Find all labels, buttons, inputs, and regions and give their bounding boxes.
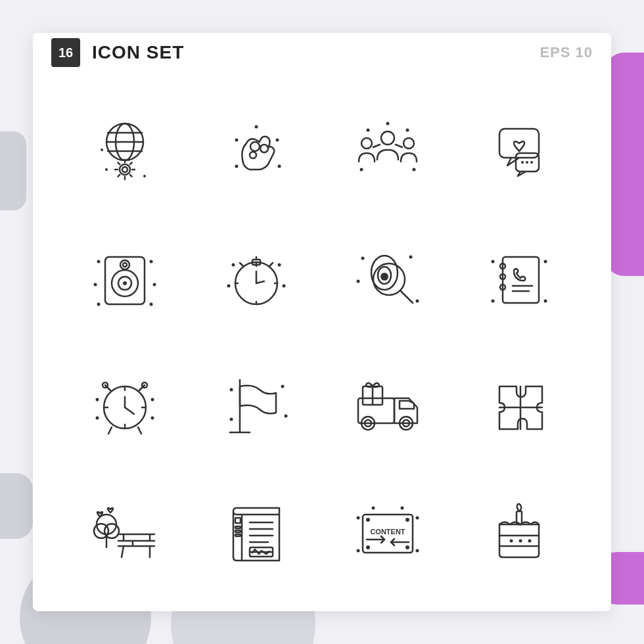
svg-point-161 <box>528 539 532 542</box>
svg-point-26 <box>381 131 394 145</box>
speaker-icon[interactable] <box>59 214 191 342</box>
svg-point-49 <box>94 283 97 286</box>
search-food-icon[interactable] <box>322 214 453 342</box>
svg-point-27 <box>361 138 372 149</box>
svg-point-109 <box>230 417 233 421</box>
content-sign-icon[interactable]: CONTENT <box>322 470 453 598</box>
globe-gear-icon[interactable] <box>59 85 191 214</box>
svg-point-85 <box>492 299 495 302</box>
bg-decoration-gray-top <box>0 131 26 210</box>
svg-point-74 <box>409 255 413 258</box>
svg-line-90 <box>108 427 112 434</box>
svg-point-31 <box>386 122 390 125</box>
cake-slice-icon[interactable] <box>453 470 585 598</box>
svg-point-64 <box>232 263 235 266</box>
stopwatch-icon[interactable] <box>191 214 322 342</box>
svg-line-72 <box>401 291 413 303</box>
svg-line-91 <box>138 427 141 434</box>
park-bench-icon[interactable] <box>59 470 191 598</box>
svg-point-83 <box>492 260 495 263</box>
main-card: 16 ICON SET EPS 10 <box>33 33 611 611</box>
svg-point-46 <box>123 263 127 267</box>
svg-line-12 <box>130 174 132 176</box>
svg-point-75 <box>357 279 360 283</box>
svg-point-144 <box>405 518 409 522</box>
svg-point-5 <box>120 164 130 175</box>
svg-point-52 <box>150 302 153 306</box>
delivery-truck-icon[interactable] <box>322 342 453 470</box>
svg-point-101 <box>151 398 154 401</box>
svg-point-150 <box>357 516 360 519</box>
svg-point-146 <box>405 545 409 549</box>
badge-number: 16 <box>51 38 80 67</box>
svg-point-152 <box>357 549 360 552</box>
page-title: ICON SET <box>92 42 540 63</box>
svg-rect-141 <box>235 534 241 536</box>
love-chat-icon[interactable] <box>453 85 585 214</box>
svg-line-14 <box>130 162 132 164</box>
svg-point-16 <box>143 175 146 177</box>
svg-point-15 <box>105 168 108 171</box>
svg-point-151 <box>416 516 419 519</box>
svg-point-45 <box>120 260 129 269</box>
svg-point-107 <box>281 384 285 388</box>
svg-point-67 <box>283 284 286 287</box>
svg-rect-138 <box>235 518 241 523</box>
svg-point-23 <box>235 164 239 168</box>
svg-line-30 <box>396 145 402 147</box>
svg-point-25 <box>255 125 258 128</box>
svg-point-47 <box>97 260 101 263</box>
svg-line-57 <box>269 263 273 266</box>
book-icon[interactable] <box>191 470 322 598</box>
svg-point-100 <box>96 398 99 401</box>
svg-point-22 <box>276 138 279 141</box>
alarm-clock-icon[interactable] <box>59 342 191 470</box>
svg-line-56 <box>240 263 243 266</box>
svg-line-89 <box>125 407 134 414</box>
svg-point-106 <box>230 388 233 391</box>
icon-grid: CONTENT <box>33 72 611 611</box>
svg-point-20 <box>250 152 256 158</box>
svg-point-155 <box>401 506 404 509</box>
eps-label: EPS 10 <box>540 44 593 61</box>
svg-point-65 <box>278 263 281 266</box>
svg-line-59 <box>256 281 264 283</box>
svg-point-18 <box>250 142 260 151</box>
svg-line-11 <box>118 162 120 164</box>
svg-point-103 <box>151 416 154 419</box>
svg-line-29 <box>373 145 380 147</box>
svg-point-145 <box>366 545 370 549</box>
svg-point-66 <box>227 284 231 287</box>
svg-point-102 <box>96 416 99 419</box>
svg-point-33 <box>406 128 409 131</box>
svg-point-35 <box>413 168 416 171</box>
svg-point-17 <box>101 149 103 151</box>
flag-icon[interactable] <box>191 342 322 470</box>
svg-point-48 <box>150 260 153 263</box>
svg-rect-140 <box>235 530 241 532</box>
header: 16 ICON SET EPS 10 <box>33 33 611 72</box>
svg-point-73 <box>361 256 365 260</box>
svg-point-84 <box>544 260 547 263</box>
hand-coins-icon[interactable] <box>191 85 322 214</box>
svg-point-160 <box>519 539 522 542</box>
svg-point-44 <box>123 281 127 285</box>
team-meeting-icon[interactable] <box>322 85 453 214</box>
svg-text:CONTENT: CONTENT <box>370 528 405 536</box>
puzzle-icon[interactable] <box>453 342 585 470</box>
svg-point-6 <box>122 167 127 172</box>
svg-point-70 <box>380 273 388 281</box>
svg-point-50 <box>153 283 156 286</box>
svg-rect-139 <box>235 526 241 528</box>
svg-point-39 <box>526 161 528 164</box>
phonebook-icon[interactable] <box>453 214 585 342</box>
svg-point-159 <box>510 539 513 542</box>
bg-decoration-gray-bottom <box>0 473 33 539</box>
svg-line-13 <box>118 174 120 176</box>
svg-point-28 <box>403 138 414 149</box>
svg-point-24 <box>278 164 281 168</box>
svg-point-40 <box>530 161 533 164</box>
svg-point-32 <box>367 128 370 131</box>
svg-point-108 <box>285 414 288 417</box>
svg-point-21 <box>235 138 239 141</box>
